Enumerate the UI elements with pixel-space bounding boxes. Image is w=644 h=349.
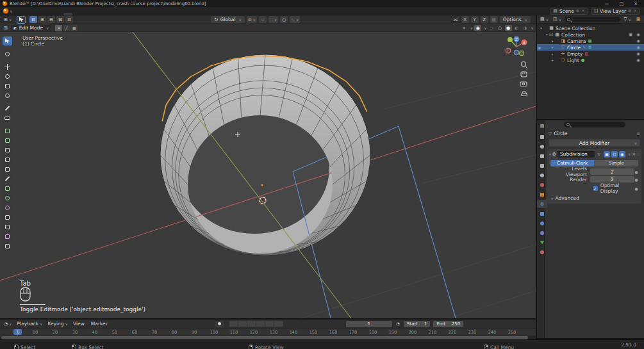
tool-button[interactable] xyxy=(3,62,12,71)
disclosure-icon[interactable]: ▾ xyxy=(545,33,549,37)
scene-selector[interactable]: ▤ Scene ⊕ × xyxy=(550,8,588,15)
timeline-menu-item[interactable]: Marker xyxy=(88,321,111,327)
tool-button[interactable] xyxy=(3,37,12,45)
disclosure-icon[interactable]: ▸ xyxy=(550,58,555,62)
edge-select-icon[interactable]: ╱ xyxy=(63,25,70,31)
object-name[interactable]: Collection xyxy=(561,32,585,38)
active-tool-button[interactable] xyxy=(17,16,26,24)
gizmo-y-neg[interactable] xyxy=(519,51,524,56)
show-render-toggle[interactable]: ◉ xyxy=(619,151,625,158)
viewport-3d[interactable]: ⊞ ◩ Edit Mode ∨ • ╱ ▦ ⌖∨ xyxy=(0,24,536,318)
transport-button[interactable] xyxy=(247,321,256,327)
blender-menu-icon[interactable] xyxy=(3,8,8,13)
face-select-icon[interactable]: ▦ xyxy=(70,25,78,31)
outliner-row[interactable]: ▾ ▦ Scene Collection xyxy=(537,25,644,31)
xray-toggle-icon[interactable]: ▱ xyxy=(488,25,495,31)
disclosure-icon[interactable]: ▸ xyxy=(550,52,555,56)
outliner-filter-icon[interactable]: ◫∨ xyxy=(552,16,563,23)
select-mode-intersect-icon[interactable]: ⊡ xyxy=(65,16,73,23)
gizmo-x-neg[interactable] xyxy=(506,48,511,53)
editor-type-icon[interactable]: ⊞∨ xyxy=(3,16,13,23)
animate-dot-icon[interactable]: ● xyxy=(634,177,638,182)
workspace-tab[interactable] xyxy=(126,13,135,15)
tool-button[interactable] xyxy=(3,145,12,154)
outliner-funnel-icon[interactable]: ▽∨ xyxy=(622,16,632,23)
select-mode-extend-icon[interactable]: ⊞ xyxy=(38,16,46,23)
snap-target-dropdown[interactable]: ∷∨ xyxy=(268,16,278,23)
new-collection-icon[interactable]: ▣ xyxy=(634,16,642,23)
outliner-row[interactable]: ▸ ❍ Light ● ◉ xyxy=(537,57,644,63)
select-mode-subtract-icon[interactable]: ⊟ xyxy=(47,16,55,23)
tool-button[interactable] xyxy=(3,241,12,250)
modifier-name-field[interactable]: Subdivision xyxy=(557,151,595,158)
add-modifier-dropdown[interactable]: Add Modifier ∨ xyxy=(549,139,640,147)
show-viewport-toggle[interactable]: ◻ xyxy=(611,151,618,158)
animate-dot-icon[interactable]: ● xyxy=(634,186,638,191)
proportional-editing-icon[interactable]: ○ xyxy=(280,16,288,23)
object-name[interactable]: Empty xyxy=(567,51,582,57)
tool-button[interactable] xyxy=(3,184,12,193)
tool-button[interactable] xyxy=(3,155,12,164)
shading-rendered-icon[interactable]: ◑ xyxy=(522,25,529,31)
outliner-row[interactable]: ▸ ✛ Empty ▨ ◉ xyxy=(537,51,644,57)
gizmo-y-axis[interactable] xyxy=(508,37,513,42)
transport-button[interactable] xyxy=(265,321,274,327)
tool-button[interactable] xyxy=(3,232,12,241)
mode-dropdown[interactable]: ◩ Edit Mode ∨ xyxy=(11,25,51,31)
workspace-tab[interactable] xyxy=(117,13,126,15)
workspace-tab[interactable] xyxy=(108,13,117,15)
tool-button[interactable] xyxy=(3,91,12,100)
tool-button[interactable] xyxy=(3,174,12,183)
outliner-row[interactable]: ▸ ◨ Camera ▦ ◉ xyxy=(537,38,644,44)
collection-checkbox[interactable]: ☑ xyxy=(549,32,554,37)
animate-dot-icon[interactable]: ● xyxy=(634,170,638,174)
pin-icon[interactable]: ⊙ xyxy=(636,131,640,136)
tool-button[interactable] xyxy=(3,49,12,58)
workspace-tab[interactable] xyxy=(144,13,153,15)
maximize-button[interactable]: ▢ xyxy=(620,1,624,6)
workspace-tab[interactable] xyxy=(63,13,72,15)
snap-options-icon[interactable]: ▦ xyxy=(490,16,498,23)
properties-search-input[interactable] xyxy=(564,122,625,127)
tool-button[interactable] xyxy=(3,203,12,212)
current-frame-field[interactable]: 1 xyxy=(346,321,392,327)
gizmo-z-neg[interactable] xyxy=(514,50,519,55)
shading-solid-icon[interactable]: ● xyxy=(505,25,512,31)
delete-modifier-icon[interactable]: × xyxy=(632,152,636,157)
object-name[interactable]: Camera xyxy=(567,38,586,44)
vertex-select-icon[interactable]: • xyxy=(55,25,62,31)
new-view-layer-icon[interactable]: ⊕ xyxy=(628,8,631,13)
visibility-eye-icon[interactable]: ◉ xyxy=(636,51,641,56)
tool-button[interactable] xyxy=(3,72,12,81)
outliner-row[interactable]: ▣ ▸ ▽ Circle ✎ ⚙ ◉ xyxy=(537,44,644,51)
new-scene-icon[interactable]: ⊕ xyxy=(576,8,579,13)
transport-button[interactable] xyxy=(229,321,238,327)
object-name[interactable]: Scene Collection xyxy=(556,26,595,31)
show-in-editmode-toggle[interactable]: ▽ xyxy=(596,151,602,158)
timeline-menu-item[interactable]: Playback∨ xyxy=(15,321,45,327)
workspace-tab[interactable] xyxy=(81,13,90,15)
mirror-z-button[interactable]: Z xyxy=(481,16,488,23)
options-dropdown[interactable]: Options∨ xyxy=(500,16,531,23)
visibility-eye-icon[interactable]: ◉ xyxy=(636,58,641,63)
object-name[interactable]: Light xyxy=(567,58,579,63)
visibility-eye-icon[interactable]: ◉ xyxy=(636,45,641,50)
mirror-x-button[interactable]: X xyxy=(461,16,469,23)
tool-button[interactable] xyxy=(3,213,12,222)
tool-button[interactable] xyxy=(3,165,12,174)
outliner-search-input[interactable] xyxy=(565,17,620,22)
select-mode-invert-icon[interactable]: ⊠ xyxy=(56,16,64,23)
timeline-ruler[interactable]: 1 11020304050607080901001101201301401501… xyxy=(0,328,536,336)
visibility-eye-icon[interactable]: ◉ xyxy=(636,38,641,44)
visibility-eye-icon[interactable]: ▣ ◉ xyxy=(629,32,641,37)
minimize-button[interactable]: — xyxy=(605,1,609,6)
viewport-canvas[interactable]: Z X xyxy=(0,32,536,318)
timeline-menu-item[interactable]: View xyxy=(70,321,88,327)
workspace-tab[interactable] xyxy=(90,13,99,15)
use-preview-range-icon[interactable]: ◔ xyxy=(396,321,400,327)
transport-button[interactable] xyxy=(238,321,247,327)
disclosure-icon[interactable]: ▸ xyxy=(550,39,555,43)
workspace-tab[interactable] xyxy=(135,13,144,15)
proportional-falloff-dropdown[interactable]: ∿∨ xyxy=(290,16,300,23)
tool-button[interactable] xyxy=(3,193,12,202)
